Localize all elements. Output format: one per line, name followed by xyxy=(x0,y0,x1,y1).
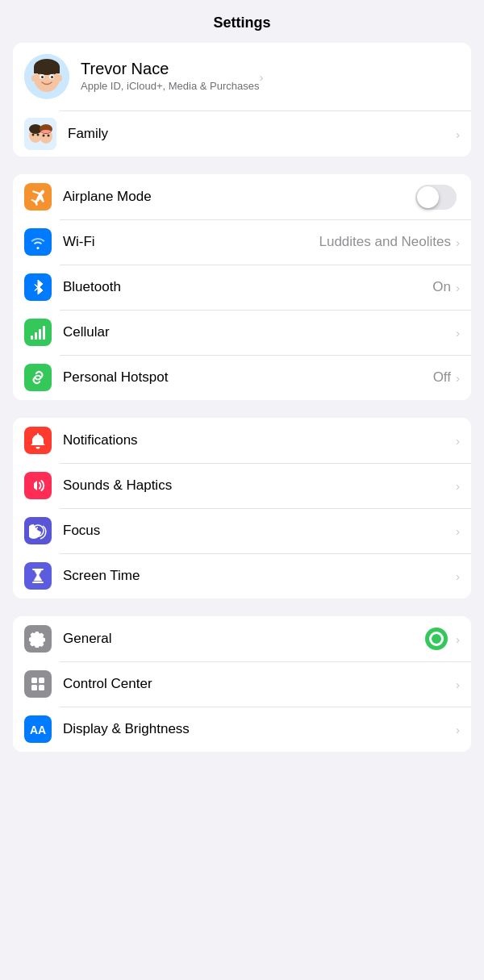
svg-text:AA: AA xyxy=(30,724,46,736)
account-chevron: › xyxy=(259,70,263,84)
svg-point-7 xyxy=(51,76,53,78)
bluetooth-row[interactable]: Bluetooth On › xyxy=(13,265,471,310)
dot-inner xyxy=(429,632,444,646)
screen-time-icon xyxy=(24,562,52,590)
general-notification-dot xyxy=(425,628,448,650)
sounds-icon xyxy=(24,472,52,499)
general-chevron: › xyxy=(456,632,460,646)
focus-label: Focus xyxy=(63,523,456,539)
svg-rect-29 xyxy=(39,685,44,690)
hotspot-label: Personal Hotspot xyxy=(63,369,433,386)
control-center-icon xyxy=(24,670,52,698)
hotspot-row[interactable]: Personal Hotspot Off › xyxy=(13,355,471,400)
svg-point-9 xyxy=(57,75,62,81)
focus-row[interactable]: Focus › xyxy=(13,508,471,553)
display-label: Display & Brightness xyxy=(63,721,456,737)
bluetooth-chevron: › xyxy=(456,281,460,294)
svg-rect-20 xyxy=(31,336,33,340)
general-label: General xyxy=(63,631,425,647)
svg-rect-23 xyxy=(43,326,45,340)
svg-point-6 xyxy=(41,76,44,78)
notifications-icon xyxy=(24,427,52,454)
avatar xyxy=(24,54,69,99)
screen-time-label: Screen Time xyxy=(63,568,456,584)
cellular-icon xyxy=(24,319,52,346)
cellular-label: Cellular xyxy=(63,324,456,340)
focus-chevron: › xyxy=(456,524,460,538)
wifi-row[interactable]: Wi-Fi Luddites and Neolites › xyxy=(13,219,471,265)
control-center-label: Control Center xyxy=(63,676,456,692)
svg-point-19 xyxy=(48,135,50,137)
wifi-label: Wi-Fi xyxy=(63,234,319,250)
display-icon: AA xyxy=(24,715,52,743)
sounds-row[interactable]: Sounds & Haptics › xyxy=(13,463,471,508)
bluetooth-icon xyxy=(24,273,52,301)
notifications-section: Notifications › Sounds & Haptics › Focus… xyxy=(13,418,471,598)
display-row[interactable]: AA Display & Brightness › xyxy=(13,707,471,752)
svg-point-17 xyxy=(41,130,51,133)
svg-rect-21 xyxy=(35,332,37,340)
bluetooth-value: On xyxy=(432,279,451,295)
page-title: Settings xyxy=(0,0,484,43)
cellular-chevron: › xyxy=(456,326,460,340)
airplane-icon xyxy=(24,183,52,211)
notifications-row[interactable]: Notifications › xyxy=(13,418,471,463)
notifications-chevron: › xyxy=(456,434,460,448)
family-label: Family xyxy=(68,126,456,142)
bluetooth-label: Bluetooth xyxy=(63,279,432,295)
account-name: Trevor Nace xyxy=(81,60,259,78)
wifi-value: Luddites and Neolites xyxy=(319,234,451,250)
sounds-label: Sounds & Haptics xyxy=(63,477,456,494)
hotspot-chevron: › xyxy=(456,371,460,385)
svg-point-13 xyxy=(32,134,35,136)
svg-rect-27 xyxy=(39,678,44,683)
general-icon xyxy=(24,625,52,653)
account-subtitle: Apple ID, iCloud+, Media & Purchases xyxy=(81,80,259,94)
svg-rect-3 xyxy=(34,67,60,73)
airplane-toggle[interactable] xyxy=(415,185,457,210)
account-section: Trevor Nace Apple ID, iCloud+, Media & P… xyxy=(13,43,471,156)
focus-icon xyxy=(24,517,52,544)
sounds-chevron: › xyxy=(456,479,460,493)
screen-time-row[interactable]: Screen Time › xyxy=(13,553,471,598)
display-chevron: › xyxy=(456,723,460,736)
general-section: General › Control Center › AA Display & … xyxy=(13,616,471,752)
notifications-label: Notifications xyxy=(63,432,456,448)
family-row[interactable]: Family › xyxy=(13,111,471,156)
hotspot-value: Off xyxy=(433,369,451,386)
control-center-chevron: › xyxy=(456,678,460,691)
connectivity-section: Airplane Mode Wi-Fi Luddites and Neolite… xyxy=(13,174,471,400)
airplane-mode-row[interactable]: Airplane Mode xyxy=(13,174,471,219)
family-avatar xyxy=(24,118,56,150)
account-info: Trevor Nace Apple ID, iCloud+, Media & P… xyxy=(81,60,259,94)
family-chevron: › xyxy=(456,127,460,141)
screen-time-chevron: › xyxy=(456,569,460,583)
cellular-row[interactable]: Cellular › xyxy=(13,310,471,355)
wifi-icon xyxy=(24,228,52,256)
control-center-row[interactable]: Control Center › xyxy=(13,661,471,707)
hotspot-icon xyxy=(24,364,52,391)
wifi-chevron: › xyxy=(456,236,460,249)
svg-rect-22 xyxy=(39,329,41,340)
svg-point-18 xyxy=(43,135,45,137)
toggle-knob xyxy=(417,186,439,208)
airplane-label: Airplane Mode xyxy=(63,189,415,205)
general-row[interactable]: General › xyxy=(13,616,471,661)
account-row[interactable]: Trevor Nace Apple ID, iCloud+, Media & P… xyxy=(13,43,471,111)
svg-rect-28 xyxy=(31,685,37,690)
svg-rect-26 xyxy=(31,678,37,683)
svg-point-8 xyxy=(31,75,36,81)
svg-point-14 xyxy=(37,134,40,136)
